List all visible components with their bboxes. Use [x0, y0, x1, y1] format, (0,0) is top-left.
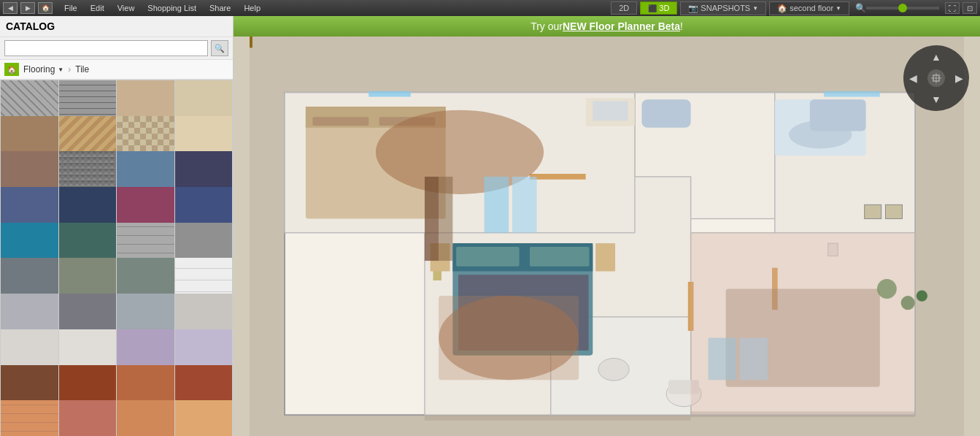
menu-view[interactable]: View: [112, 2, 141, 14]
home-button[interactable]: 🏠: [38, 2, 53, 14]
search-button[interactable]: 🔍: [211, 40, 228, 56]
nav-overlay: ▲ ▼ ◀ ▶: [900, 42, 973, 115]
svg-rect-21: [530, 247, 590, 267]
svg-rect-11: [369, 91, 411, 97]
svg-rect-52: [691, 233, 915, 416]
svg-rect-20: [456, 247, 519, 267]
breadcrumb-home[interactable]: 🏠: [4, 63, 19, 76]
catalog-header: CATALOG: [0, 16, 233, 37]
tile-grid: [0, 80, 233, 436]
promo-text-prefix: Try our: [530, 20, 563, 32]
zoom-icon: 🔍: [855, 3, 866, 13]
fullscreen-button[interactable]: ⛶: [945, 2, 960, 14]
svg-rect-54: [691, 411, 915, 417]
promo-text-suffix: !: [680, 20, 683, 32]
forward-button[interactable]: ▶: [20, 2, 35, 14]
snapshots-arrow: ▼: [752, 5, 758, 12]
zoom-thumb[interactable]: [898, 4, 907, 12]
svg-rect-46: [512, 177, 537, 233]
floor-plan[interactable]: [234, 37, 980, 436]
tile-item-37[interactable]: [1, 400, 58, 436]
tile-item-40[interactable]: [175, 400, 233, 436]
sidebar: CATALOG 🔍 🏠 Flooring ▼ › Tile: [0, 16, 234, 436]
floor-icon: 🏠: [777, 4, 787, 13]
svg-point-37: [917, 290, 927, 301]
svg-rect-38: [425, 177, 439, 261]
breadcrumb-bar: 🏠 Flooring ▼ › Tile: [0, 60, 233, 80]
menu-shopping[interactable]: Shopping List: [142, 2, 202, 14]
back-button[interactable]: ◀: [3, 2, 18, 14]
svg-rect-15: [312, 117, 369, 126]
snapshots-button[interactable]: 📷 SNAPSHOTS ▼: [680, 1, 766, 15]
zoom-control[interactable]: 🔍: [855, 3, 939, 13]
tile-item-39[interactable]: [117, 400, 174, 436]
breadcrumb-sep: ›: [68, 64, 71, 74]
breadcrumb-tile[interactable]: Tile: [75, 64, 89, 74]
nav-down-button[interactable]: ▼: [931, 93, 941, 105]
nav-right-button[interactable]: ▶: [955, 72, 963, 84]
svg-rect-41: [593, 101, 628, 121]
menu-file[interactable]: File: [58, 2, 83, 14]
nav-up-button[interactable]: ▲: [931, 51, 941, 63]
menu-items: File Edit View Shopping List Share Help: [58, 2, 266, 14]
svg-rect-28: [595, 243, 615, 271]
svg-rect-39: [439, 177, 452, 261]
svg-rect-12: [824, 91, 880, 97]
cube-icon: ⬛: [648, 4, 657, 12]
floor-arrow: ▼: [836, 5, 841, 12]
svg-rect-42: [865, 204, 881, 218]
svg-point-51: [598, 358, 629, 380]
svg-rect-24: [439, 296, 579, 380]
floor-plan-svg: [234, 37, 980, 436]
menu-help[interactable]: Help: [238, 2, 266, 14]
logo-buttons: ◀ ▶ 🏠: [3, 2, 53, 14]
main-layout: CATALOG 🔍 🏠 Flooring ▼ › Tile Try our NE…: [0, 16, 980, 436]
minimize-button[interactable]: ⊡: [962, 2, 977, 14]
breadcrumb-flooring[interactable]: Flooring ▼: [23, 64, 63, 74]
promo-link[interactable]: NEW Floor Planner Beta: [563, 20, 680, 32]
svg-rect-29: [641, 99, 690, 127]
nav-circle: ▲ ▼ ◀ ▶: [903, 45, 969, 111]
svg-rect-45: [485, 177, 509, 233]
zoom-slider[interactable]: [866, 7, 939, 9]
menu-edit[interactable]: Edit: [85, 2, 110, 14]
canvas-area: Try our NEW Floor Planner Beta !: [234, 16, 980, 436]
camera-icon: 📷: [688, 4, 698, 13]
menu-share[interactable]: Share: [204, 2, 236, 14]
btn-3d[interactable]: ⬛ 3D: [640, 1, 677, 15]
menu-bar: ◀ ▶ 🏠 File Edit View Shopping List Share…: [0, 0, 980, 16]
promo-banner: Try our NEW Floor Planner Beta !: [234, 16, 980, 37]
svg-rect-35: [250, 37, 252, 47]
catalog-title: CATALOG: [6, 20, 55, 32]
tile-item-38[interactable]: [59, 400, 117, 436]
nav-center-button[interactable]: [927, 69, 945, 87]
svg-rect-43: [885, 204, 902, 218]
btn-2d[interactable]: 2D: [611, 1, 637, 15]
search-input[interactable]: [4, 40, 208, 56]
floor-selector[interactable]: 🏠 second floor ▼: [769, 1, 849, 15]
svg-rect-53: [425, 415, 691, 421]
nav-left-button[interactable]: ◀: [909, 72, 917, 84]
flooring-arrow: ▼: [58, 66, 63, 73]
menu-right: 2D ⬛ 3D 📷 SNAPSHOTS ▼ 🏠 second floor ▼ 🔍…: [611, 1, 977, 15]
svg-rect-32: [810, 99, 866, 131]
search-bar: 🔍: [0, 37, 233, 60]
